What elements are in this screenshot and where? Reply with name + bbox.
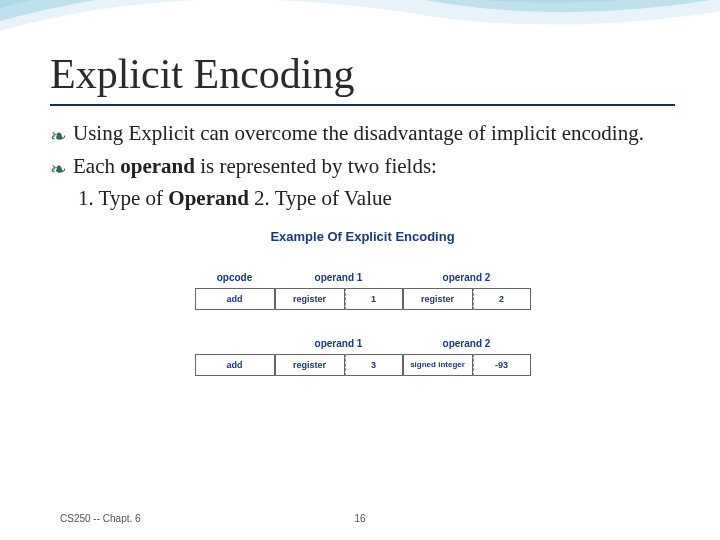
operand2-label: operand 2	[443, 272, 491, 283]
op2-type-cell: signed integer	[403, 354, 473, 376]
bullet-icon: ❧	[50, 123, 67, 149]
op1-type-cell: register	[275, 288, 345, 310]
bullet-item: ❧ Each operand is represented by two fie…	[50, 153, 675, 182]
slide-title: Explicit Encoding	[50, 50, 675, 98]
title-underline	[50, 104, 675, 106]
sub-line: 1. Type of Operand 2. Type of Value	[50, 186, 675, 211]
encoding-diagram: Example Of Explicit Encoding opcode add …	[93, 229, 633, 376]
operand2-label: operand 2	[443, 338, 491, 349]
opcode-label: opcode	[217, 272, 253, 283]
op1-val-cell: 1	[345, 288, 403, 310]
footer-left: CS250 -- Chapt. 6	[60, 513, 141, 524]
bullet-text: Using Explicit can overcome the disadvan…	[73, 120, 675, 147]
bullet-icon: ❧	[50, 156, 67, 182]
bullet-text: Each operand is represented by two field…	[73, 153, 675, 180]
bullet-item: ❧ Using Explicit can overcome the disadv…	[50, 120, 675, 149]
opcode-cell: add	[195, 288, 275, 310]
operand1-label: operand 1	[315, 272, 363, 283]
opcode-cell: add	[195, 354, 275, 376]
diagram-row-1: opcode add operand 1 register 1 operand …	[93, 272, 633, 310]
diagram-title: Example Of Explicit Encoding	[93, 229, 633, 244]
op2-val-cell: 2	[473, 288, 531, 310]
footer-page: 16	[354, 513, 365, 524]
op1-type-cell: register	[275, 354, 345, 376]
op2-type-cell: register	[403, 288, 473, 310]
diagram-row-2: add operand 1 register 3 operand 2 signe…	[93, 338, 633, 376]
opcode-label-empty	[233, 338, 236, 349]
operand1-label: operand 1	[315, 338, 363, 349]
op1-val-cell: 3	[345, 354, 403, 376]
op2-val-cell: -93	[473, 354, 531, 376]
